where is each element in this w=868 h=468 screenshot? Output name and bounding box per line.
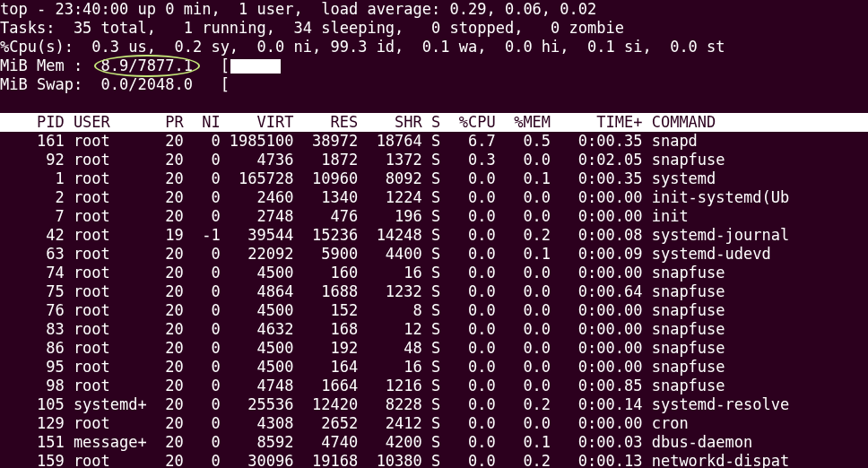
column-header[interactable]: PID USER PR NI VIRT RES SHR S %CPU %MEM … xyxy=(0,113,868,132)
top-summary-line: top - 23:40:00 up 0 min, 1 user, load av… xyxy=(0,0,868,19)
process-row[interactable]: 95 root 20 0 4500 164 16 S 0.0 0.0 0:00.… xyxy=(0,358,868,377)
mem-usage-bar xyxy=(230,59,281,74)
process-row[interactable]: 7 root 20 0 2748 476 196 S 0.0 0.0 0:00.… xyxy=(0,207,868,226)
cpu-line: %Cpu(s): 0.3 us, 0.2 sy, 0.0 ni, 99.3 id… xyxy=(0,38,868,56)
tasks-line: Tasks: 35 total, 1 running, 34 sleeping,… xyxy=(0,19,868,38)
process-row[interactable]: 63 root 20 0 22092 5900 4400 S 0.0 0.1 0… xyxy=(0,245,868,264)
process-row[interactable]: 2 root 20 0 2460 1340 1224 S 0.0 0.0 0:0… xyxy=(0,188,868,207)
process-row[interactable]: 129 root 20 0 4308 2652 2412 S 0.0 0.0 0… xyxy=(0,414,868,433)
process-row[interactable]: 98 root 20 0 4748 1664 1216 S 0.0 0.0 0:… xyxy=(0,377,868,395)
process-row[interactable]: 74 root 20 0 4500 160 16 S 0.0 0.0 0:00.… xyxy=(0,264,868,282)
process-row[interactable]: 1 root 20 0 165728 10960 8092 S 0.0 0.1 … xyxy=(0,169,868,188)
process-row[interactable]: 161 root 20 0 1985100 38972 18764 S 6.7 … xyxy=(0,132,868,151)
process-row[interactable]: 83 root 20 0 4632 168 12 S 0.0 0.0 0:00.… xyxy=(0,320,868,339)
process-row[interactable]: 86 root 20 0 4500 192 48 S 0.0 0.0 0:00.… xyxy=(0,339,868,358)
blank-line xyxy=(0,94,868,113)
process-row[interactable]: 92 root 20 0 4736 1872 1372 S 0.3 0.0 0:… xyxy=(0,151,868,169)
process-row[interactable]: 151 message+ 20 0 8592 4740 4200 S 0.0 0… xyxy=(0,433,868,452)
mem-after1: [ xyxy=(193,56,230,74)
process-row[interactable]: 159 root 20 0 30096 19168 10380 S 0.0 0.… xyxy=(0,452,868,468)
mem-after2: ] xyxy=(281,56,868,74)
process-row[interactable]: 76 root 20 0 4500 152 8 S 0.0 0.0 0:00.0… xyxy=(0,301,868,320)
mem-label: MiB Mem : xyxy=(0,56,101,74)
swap-line: MiB Swap: 0.0/2048.0 [ ] xyxy=(0,75,868,94)
mem-line: MiB Mem : 8.9/7877.1 [ ] xyxy=(0,56,868,75)
process-list[interactable]: 161 root 20 0 1985100 38972 18764 S 6.7 … xyxy=(0,132,868,468)
mem-value-highlight: 8.9/7877.1 xyxy=(101,56,193,75)
process-row[interactable]: 42 root 19 -1 39544 15236 14248 S 0.0 0.… xyxy=(0,226,868,245)
process-row[interactable]: 105 systemd+ 20 0 25536 12420 8228 S 0.0… xyxy=(0,395,868,414)
process-row[interactable]: 75 root 20 0 4864 1688 1232 S 0.0 0.0 0:… xyxy=(0,282,868,301)
